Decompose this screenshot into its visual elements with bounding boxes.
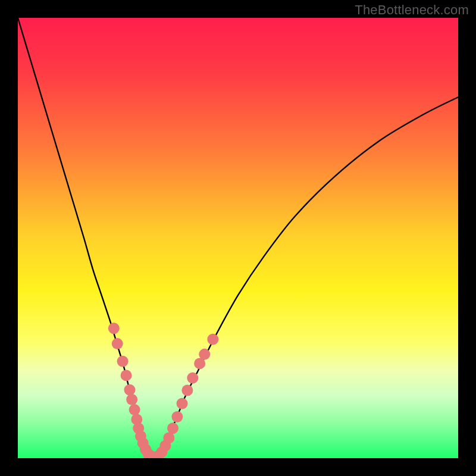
curve-marker [121,369,132,381]
curve-marker [117,356,129,367]
curve-marker [108,322,120,334]
curve-marker [187,372,198,384]
curve-right-branch [154,97,458,457]
curve-marker [181,385,193,396]
curve-marker [177,398,188,409]
curve-marker [167,422,178,434]
curve-marker [163,432,174,443]
outer-black-frame: TheBottleneck.com [0,0,476,476]
curve-markers [108,322,219,458]
curve-marker [207,334,218,345]
watermark-text: TheBottleneck.com [355,2,469,18]
curve-marker [171,411,183,422]
bottleneck-curve [18,18,458,458]
curve-marker [199,349,210,360]
curve-marker [112,338,123,349]
curve-marker [124,384,135,396]
curve-marker [126,394,137,405]
curve-marker [129,404,140,415]
plot-area [18,18,458,458]
